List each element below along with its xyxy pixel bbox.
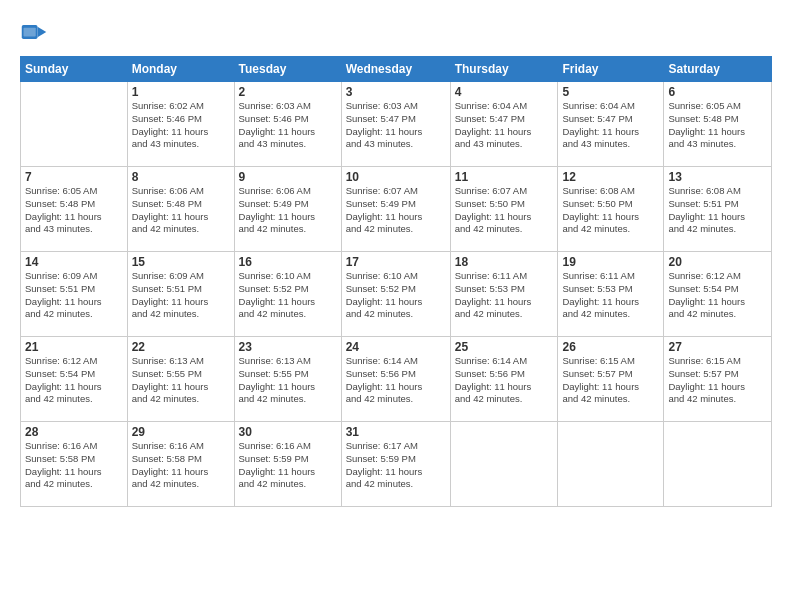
calendar-cell: 6Sunrise: 6:05 AM Sunset: 5:48 PM Daylig… [664,82,772,167]
page: SundayMondayTuesdayWednesdayThursdayFrid… [0,0,792,612]
calendar-cell: 27Sunrise: 6:15 AM Sunset: 5:57 PM Dayli… [664,337,772,422]
calendar-cell: 10Sunrise: 6:07 AM Sunset: 5:49 PM Dayli… [341,167,450,252]
calendar-cell: 4Sunrise: 6:04 AM Sunset: 5:47 PM Daylig… [450,82,558,167]
day-info: Sunrise: 6:08 AM Sunset: 5:50 PM Dayligh… [562,185,659,236]
calendar-cell: 19Sunrise: 6:11 AM Sunset: 5:53 PM Dayli… [558,252,664,337]
day-info: Sunrise: 6:06 AM Sunset: 5:48 PM Dayligh… [132,185,230,236]
calendar-cell [664,422,772,507]
calendar-cell: 12Sunrise: 6:08 AM Sunset: 5:50 PM Dayli… [558,167,664,252]
day-info: Sunrise: 6:07 AM Sunset: 5:49 PM Dayligh… [346,185,446,236]
day-number: 22 [132,340,230,354]
day-info: Sunrise: 6:03 AM Sunset: 5:46 PM Dayligh… [239,100,337,151]
day-number: 7 [25,170,123,184]
week-row-4: 21Sunrise: 6:12 AM Sunset: 5:54 PM Dayli… [21,337,772,422]
day-info: Sunrise: 6:08 AM Sunset: 5:51 PM Dayligh… [668,185,767,236]
day-number: 1 [132,85,230,99]
calendar-cell: 7Sunrise: 6:05 AM Sunset: 5:48 PM Daylig… [21,167,128,252]
week-row-3: 14Sunrise: 6:09 AM Sunset: 5:51 PM Dayli… [21,252,772,337]
day-number: 13 [668,170,767,184]
day-number: 6 [668,85,767,99]
day-number: 9 [239,170,337,184]
day-info: Sunrise: 6:04 AM Sunset: 5:47 PM Dayligh… [455,100,554,151]
day-number: 17 [346,255,446,269]
calendar-cell: 2Sunrise: 6:03 AM Sunset: 5:46 PM Daylig… [234,82,341,167]
day-number: 4 [455,85,554,99]
day-info: Sunrise: 6:13 AM Sunset: 5:55 PM Dayligh… [132,355,230,406]
calendar-cell: 5Sunrise: 6:04 AM Sunset: 5:47 PM Daylig… [558,82,664,167]
day-info: Sunrise: 6:16 AM Sunset: 5:58 PM Dayligh… [132,440,230,491]
day-info: Sunrise: 6:03 AM Sunset: 5:47 PM Dayligh… [346,100,446,151]
day-info: Sunrise: 6:07 AM Sunset: 5:50 PM Dayligh… [455,185,554,236]
calendar-cell: 28Sunrise: 6:16 AM Sunset: 5:58 PM Dayli… [21,422,128,507]
calendar-cell: 20Sunrise: 6:12 AM Sunset: 5:54 PM Dayli… [664,252,772,337]
day-of-week-wednesday: Wednesday [341,57,450,82]
day-number: 18 [455,255,554,269]
day-info: Sunrise: 6:16 AM Sunset: 5:59 PM Dayligh… [239,440,337,491]
day-info: Sunrise: 6:06 AM Sunset: 5:49 PM Dayligh… [239,185,337,236]
calendar-cell: 17Sunrise: 6:10 AM Sunset: 5:52 PM Dayli… [341,252,450,337]
day-number: 29 [132,425,230,439]
day-info: Sunrise: 6:10 AM Sunset: 5:52 PM Dayligh… [346,270,446,321]
day-number: 19 [562,255,659,269]
day-number: 12 [562,170,659,184]
day-number: 2 [239,85,337,99]
day-info: Sunrise: 6:10 AM Sunset: 5:52 PM Dayligh… [239,270,337,321]
day-of-week-sunday: Sunday [21,57,128,82]
logo [20,18,52,46]
calendar-header: SundayMondayTuesdayWednesdayThursdayFrid… [21,57,772,82]
day-of-week-friday: Friday [558,57,664,82]
svg-rect-2 [24,28,36,37]
calendar-cell: 25Sunrise: 6:14 AM Sunset: 5:56 PM Dayli… [450,337,558,422]
calendar-cell: 21Sunrise: 6:12 AM Sunset: 5:54 PM Dayli… [21,337,128,422]
day-info: Sunrise: 6:17 AM Sunset: 5:59 PM Dayligh… [346,440,446,491]
day-of-week-saturday: Saturday [664,57,772,82]
day-info: Sunrise: 6:02 AM Sunset: 5:46 PM Dayligh… [132,100,230,151]
calendar-cell: 13Sunrise: 6:08 AM Sunset: 5:51 PM Dayli… [664,167,772,252]
day-of-week-thursday: Thursday [450,57,558,82]
calendar-cell: 22Sunrise: 6:13 AM Sunset: 5:55 PM Dayli… [127,337,234,422]
day-info: Sunrise: 6:14 AM Sunset: 5:56 PM Dayligh… [455,355,554,406]
day-info: Sunrise: 6:04 AM Sunset: 5:47 PM Dayligh… [562,100,659,151]
day-number: 10 [346,170,446,184]
calendar-cell [450,422,558,507]
calendar-cell: 18Sunrise: 6:11 AM Sunset: 5:53 PM Dayli… [450,252,558,337]
day-info: Sunrise: 6:15 AM Sunset: 5:57 PM Dayligh… [562,355,659,406]
day-number: 8 [132,170,230,184]
day-info: Sunrise: 6:05 AM Sunset: 5:48 PM Dayligh… [668,100,767,151]
calendar-cell: 1Sunrise: 6:02 AM Sunset: 5:46 PM Daylig… [127,82,234,167]
day-header-row: SundayMondayTuesdayWednesdayThursdayFrid… [21,57,772,82]
calendar-cell: 23Sunrise: 6:13 AM Sunset: 5:55 PM Dayli… [234,337,341,422]
calendar-cell: 16Sunrise: 6:10 AM Sunset: 5:52 PM Dayli… [234,252,341,337]
calendar-body: 1Sunrise: 6:02 AM Sunset: 5:46 PM Daylig… [21,82,772,507]
day-number: 20 [668,255,767,269]
calendar-cell: 26Sunrise: 6:15 AM Sunset: 5:57 PM Dayli… [558,337,664,422]
week-row-2: 7Sunrise: 6:05 AM Sunset: 5:48 PM Daylig… [21,167,772,252]
calendar-cell [21,82,128,167]
day-number: 14 [25,255,123,269]
day-number: 30 [239,425,337,439]
calendar-cell: 15Sunrise: 6:09 AM Sunset: 5:51 PM Dayli… [127,252,234,337]
day-info: Sunrise: 6:16 AM Sunset: 5:58 PM Dayligh… [25,440,123,491]
day-number: 24 [346,340,446,354]
day-number: 15 [132,255,230,269]
day-info: Sunrise: 6:14 AM Sunset: 5:56 PM Dayligh… [346,355,446,406]
day-number: 16 [239,255,337,269]
header [20,18,772,46]
day-number: 28 [25,425,123,439]
day-info: Sunrise: 6:05 AM Sunset: 5:48 PM Dayligh… [25,185,123,236]
day-number: 11 [455,170,554,184]
logo-icon [20,18,48,46]
day-info: Sunrise: 6:12 AM Sunset: 5:54 PM Dayligh… [668,270,767,321]
day-info: Sunrise: 6:11 AM Sunset: 5:53 PM Dayligh… [455,270,554,321]
calendar-cell: 29Sunrise: 6:16 AM Sunset: 5:58 PM Dayli… [127,422,234,507]
day-info: Sunrise: 6:15 AM Sunset: 5:57 PM Dayligh… [668,355,767,406]
day-info: Sunrise: 6:12 AM Sunset: 5:54 PM Dayligh… [25,355,123,406]
day-number: 26 [562,340,659,354]
day-info: Sunrise: 6:13 AM Sunset: 5:55 PM Dayligh… [239,355,337,406]
day-info: Sunrise: 6:11 AM Sunset: 5:53 PM Dayligh… [562,270,659,321]
calendar-cell: 30Sunrise: 6:16 AM Sunset: 5:59 PM Dayli… [234,422,341,507]
day-number: 31 [346,425,446,439]
day-number: 5 [562,85,659,99]
svg-marker-1 [38,27,47,38]
day-number: 3 [346,85,446,99]
